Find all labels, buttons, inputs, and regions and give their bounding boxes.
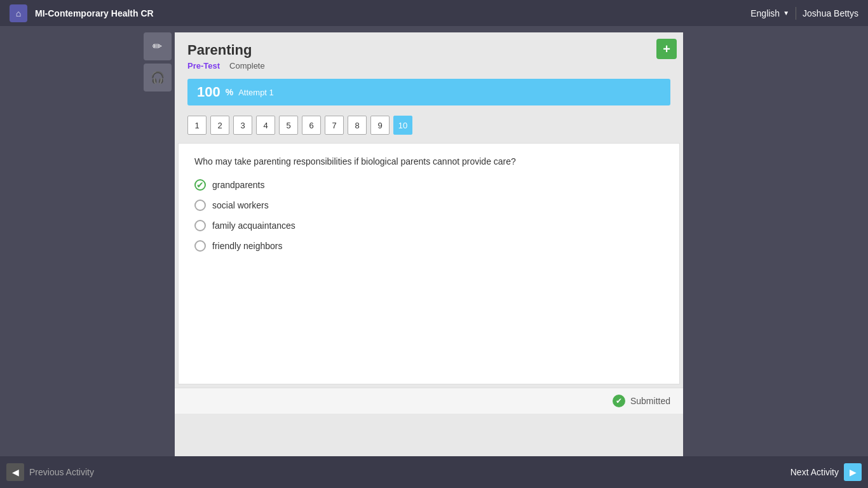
top-navigation: ⌂ MI-Contemporary Health CR English ▼ Jo… xyxy=(0,0,868,26)
question-nav-7[interactable]: 7 xyxy=(325,116,344,135)
language-selector[interactable]: English ▼ xyxy=(750,8,789,18)
attempt-label: Attempt 1 xyxy=(238,88,274,97)
home-icon[interactable]: ⌂ xyxy=(10,4,27,22)
answer-text-social-workers: social workers xyxy=(212,200,269,210)
nav-right: English ▼ Joshua Bettys xyxy=(750,7,858,20)
answer-option-b[interactable]: social workers xyxy=(194,200,663,211)
question-text: Who may take parenting responsibilities … xyxy=(194,156,663,166)
next-activity-button[interactable]: Next Activity ▶ xyxy=(790,463,862,481)
language-label: English xyxy=(750,8,780,18)
question-nav-2[interactable]: 2 xyxy=(210,116,229,135)
checkmark-icon: ✔ xyxy=(196,180,204,190)
answer-text-family-acquaintances: family acquaintances xyxy=(212,220,295,231)
user-name: Joshua Bettys xyxy=(803,8,858,18)
answer-text-grandparents: grandparents xyxy=(212,180,265,190)
headphone-icon: 🎧 xyxy=(151,71,165,85)
prev-activity-button[interactable]: ◀ Previous Activity xyxy=(6,463,94,481)
complete-label: Complete xyxy=(229,61,265,71)
question-nav-1[interactable]: 1 xyxy=(187,116,207,135)
question-navigation: 1 2 3 4 5 6 7 8 9 10 xyxy=(175,111,683,140)
answer-option-a[interactable]: ✔ grandparents xyxy=(194,179,663,191)
submitted-bar: ✔ Submitted xyxy=(175,388,683,414)
radio-grandparents[interactable]: ✔ xyxy=(194,179,206,191)
question-nav-9[interactable]: 9 xyxy=(370,116,390,135)
edit-button[interactable]: ✏ xyxy=(144,32,172,60)
radio-social-workers[interactable] xyxy=(194,200,206,211)
pre-test-label: Pre-Test xyxy=(187,61,220,71)
answer-text-friendly-neighbors: friendly neighbors xyxy=(212,241,283,251)
content-panel: + Parenting Pre-Test Complete 100 % Atte… xyxy=(175,32,683,456)
panel-header: Parenting Pre-Test Complete xyxy=(175,32,683,74)
panel-subtitle: Pre-Test Complete xyxy=(187,61,670,71)
course-title: MI-Contemporary Health CR xyxy=(35,8,154,18)
pencil-icon: ✏ xyxy=(153,39,162,53)
submitted-label: Submitted xyxy=(630,396,670,406)
chevron-down-icon: ▼ xyxy=(783,10,789,17)
answer-option-c[interactable]: family acquaintances xyxy=(194,220,663,231)
audio-button[interactable]: 🎧 xyxy=(144,64,172,92)
question-nav-5[interactable]: 5 xyxy=(279,116,298,135)
next-arrow-icon[interactable]: ▶ xyxy=(844,463,862,481)
prev-activity-label: Previous Activity xyxy=(29,467,94,477)
question-nav-6[interactable]: 6 xyxy=(302,116,321,135)
next-activity-label: Next Activity xyxy=(790,467,839,477)
plus-button[interactable]: + xyxy=(656,39,677,59)
score-bar: 100 % Attempt 1 xyxy=(187,79,670,105)
question-nav-4[interactable]: 4 xyxy=(256,116,275,135)
submitted-icon: ✔ xyxy=(613,395,625,407)
divider xyxy=(796,7,796,20)
bottom-bar: ◀ Previous Activity Next Activity ▶ xyxy=(0,456,868,488)
answer-option-d[interactable]: friendly neighbors xyxy=(194,240,663,252)
radio-friendly-neighbors[interactable] xyxy=(194,240,206,252)
score-value: 100 xyxy=(197,84,220,100)
question-nav-10[interactable]: 10 xyxy=(393,116,412,135)
main-area: ✏ 🎧 + Parenting Pre-Test Complete 100 % … xyxy=(0,26,868,456)
plus-icon: + xyxy=(663,42,670,57)
sidebar: ✏ 🎧 xyxy=(140,26,175,456)
radio-family-acquaintances[interactable] xyxy=(194,220,206,231)
prev-arrow-icon[interactable]: ◀ xyxy=(6,463,24,481)
nav-left: ⌂ MI-Contemporary Health CR xyxy=(10,4,154,22)
question-nav-3[interactable]: 3 xyxy=(233,116,252,135)
question-nav-8[interactable]: 8 xyxy=(348,116,367,135)
page-title: Parenting xyxy=(187,42,670,58)
question-box: Who may take parenting responsibilities … xyxy=(178,143,680,384)
score-percent: % xyxy=(226,87,233,97)
check-icon: ✔ xyxy=(616,396,622,405)
